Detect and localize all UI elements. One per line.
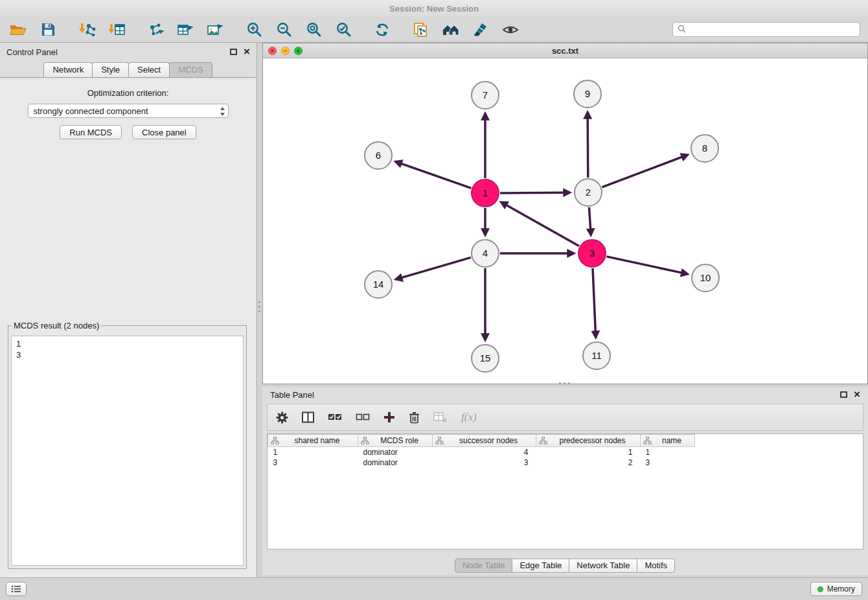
mcds-result-list[interactable]: 1 3 [11,336,244,566]
eye-icon[interactable] [500,20,521,40]
float-window-icon[interactable] [230,47,237,57]
graph-node-14[interactable]: 14 [365,271,392,298]
column-header-mcds-role[interactable]: MCDS role [358,435,433,447]
svg-text:4: 4 [483,248,488,259]
network-window-title: scc.txt [552,46,578,56]
memory-button[interactable]: Memory [810,582,862,596]
tab-mcds[interactable]: MCDS [169,62,212,77]
graph-node-9[interactable]: 9 [574,80,601,108]
graph-node-1[interactable]: 1 [472,179,499,207]
show-columns-icon[interactable] [302,411,314,423]
copy-view-icon[interactable] [411,20,431,40]
mcds-result-title: MCDS result (2 nodes) [12,321,101,330]
cell-mcds-role: dominator [358,457,433,468]
zoom-out-icon[interactable] [273,20,294,40]
unselect-all-columns-icon[interactable] [356,412,370,422]
refresh-icon[interactable] [372,20,393,40]
function-builder-button: f(x) [461,411,477,424]
tab-style[interactable]: Style [92,62,129,77]
tab-network-table[interactable]: Network Table [569,559,637,573]
cell-shared-name: 3 [268,457,358,468]
network-canvas[interactable]: 7968124314101511 [263,58,867,384]
search-box[interactable] [672,22,860,37]
optimization-dropdown[interactable]: strongly connected component [28,104,229,118]
column-header-shared-name[interactable]: shared name [268,435,358,447]
graph-edge-4-to-14[interactable] [402,257,471,277]
toolbar-group-session [8,20,58,40]
svg-text:10: 10 [700,272,711,283]
network-window-titlebar[interactable]: × − + scc.txt [263,43,867,58]
close-panel-icon[interactable]: × [244,48,250,56]
control-panel-tabs: Network Style Select MCDS [0,61,257,78]
column-header-successor-nodes[interactable]: successor nodes [433,435,536,447]
tab-network[interactable]: Network [43,62,93,77]
graph-edge-1-to-2[interactable] [500,192,564,193]
vertical-splitter-grip[interactable] [258,298,261,315]
column-header-predecessor-nodes[interactable]: predecessor nodes [536,435,641,447]
export-network-icon[interactable] [145,20,166,40]
table-header-row: shared name MCDS role successor nodes pr… [268,435,863,447]
zoom-in-icon[interactable] [244,20,264,40]
graph-node-4[interactable]: 4 [472,240,499,267]
zoom-selected-icon[interactable] [333,20,354,40]
table-row-node-3[interactable]: 3 dominator 3 2 3 [268,457,863,468]
graph-node-11[interactable]: 11 [583,342,610,369]
open-folder-icon[interactable] [8,20,29,40]
graph-edge-3-to-10[interactable] [607,257,681,273]
table-row-node-1[interactable]: 1 dominator 4 1 1 [268,447,863,457]
toolbar-group-export [145,20,225,40]
graph-node-7[interactable]: 7 [472,82,499,109]
delete-column-trash-icon[interactable] [409,411,420,424]
graph-node-10[interactable]: 10 [692,264,719,292]
select-all-columns-icon[interactable] [328,412,342,422]
graph-node-2[interactable]: 2 [575,179,602,206]
home-houses-icon[interactable] [440,20,461,40]
cell-predecessor-nodes: 1 [536,447,641,457]
tab-select[interactable]: Select [128,62,170,77]
maximize-window-icon[interactable]: + [294,47,303,55]
mcds-result-box: MCDS result (2 nodes) 1 3 [8,321,247,569]
graph-edge-3-to-1[interactable] [507,205,579,246]
graph-edge-3-to-11[interactable] [593,268,595,331]
tab-node-table[interactable]: Node Table [455,559,513,573]
export-table-icon[interactable] [175,20,196,40]
horizontal-splitter-grip[interactable] [556,382,573,385]
minimize-window-icon[interactable]: − [281,47,290,55]
tab-edge-table[interactable]: Edge Table [512,559,569,573]
search-input[interactable] [689,25,855,34]
column-header-name[interactable]: name [641,435,695,447]
graph-node-6[interactable]: 6 [365,142,392,169]
style-brush-icon[interactable] [470,20,491,40]
svg-text:9: 9 [585,88,590,99]
graph-node-3[interactable]: 3 [578,240,606,267]
network-graph[interactable]: 7968124314101511 [263,58,867,384]
tab-motifs[interactable]: Motifs [637,559,675,573]
import-network-icon[interactable] [76,20,97,40]
float-window-icon[interactable] [840,390,847,400]
column-header-filler [695,435,863,447]
close-window-icon[interactable]: × [268,47,277,55]
control-panel-header: Control Panel × [0,43,257,61]
memory-status-dot [817,586,823,592]
save-disk-icon[interactable] [38,20,58,40]
close-panel-button[interactable]: Close panel [132,125,196,139]
task-history-button[interactable] [6,582,27,596]
graph-node-8[interactable]: 8 [691,135,718,162]
svg-text:8: 8 [702,143,707,154]
zoom-fit-icon[interactable] [303,20,324,40]
export-image-icon[interactable] [205,20,225,40]
table-panel-title: Table Panel [270,390,314,400]
run-mcds-button[interactable]: Run MCDS [60,125,122,139]
graph-edge-2-to-8[interactable] [602,157,682,187]
memory-label: Memory [827,584,855,594]
graph-node-15[interactable]: 15 [472,345,499,372]
column-type-icon [361,437,369,444]
graph-edge-2-to-3[interactable] [589,207,591,229]
graph-edge-1-to-6[interactable] [402,164,472,189]
import-table-icon[interactable] [106,20,127,40]
add-column-plus-icon[interactable] [383,411,395,423]
close-panel-icon[interactable]: × [854,391,860,398]
table-settings-gear-icon[interactable] [276,411,288,424]
graph-edge-2-to-9[interactable] [588,119,588,178]
toolbar-group-view [411,20,521,40]
